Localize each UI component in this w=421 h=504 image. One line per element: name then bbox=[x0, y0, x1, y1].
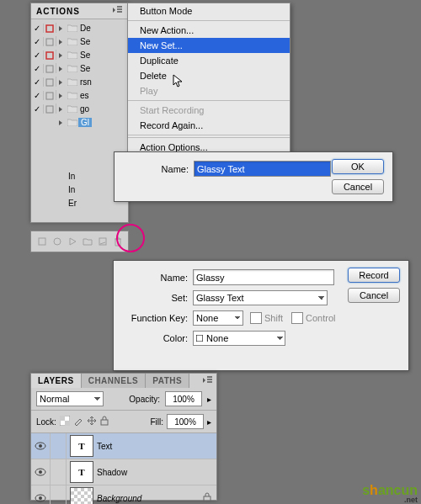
visibility-toggle[interactable] bbox=[31, 485, 51, 504]
panel-menu-icon[interactable] bbox=[201, 376, 213, 386]
layer-row[interactable]: T Shadow bbox=[31, 459, 216, 485]
layer-thumb: T bbox=[70, 461, 93, 483]
menu-separator bbox=[128, 100, 290, 101]
actions-panel-footer bbox=[30, 231, 129, 252]
action-row[interactable]: ✓es bbox=[31, 88, 128, 102]
svg-rect-2 bbox=[46, 52, 53, 59]
layer-name: Background bbox=[97, 494, 141, 503]
trash-icon[interactable] bbox=[113, 236, 123, 247]
menu-new-action[interactable]: New Action... bbox=[128, 23, 290, 38]
panel-tabs: LAYERS CHANNELS PATHS bbox=[31, 374, 216, 388]
panel-menu-icon[interactable] bbox=[111, 6, 123, 16]
svg-rect-1 bbox=[46, 39, 53, 45]
record-icon[interactable] bbox=[52, 236, 62, 247]
set-name-input[interactable] bbox=[194, 161, 331, 177]
svg-point-19 bbox=[39, 496, 42, 500]
layer-name: Text bbox=[97, 442, 112, 451]
visibility-toggle[interactable] bbox=[31, 433, 51, 459]
opacity-label: Opacity: bbox=[129, 395, 160, 404]
layer-thumb bbox=[70, 487, 93, 504]
new-set-icon[interactable] bbox=[83, 236, 93, 247]
layer-row[interactable]: T Text bbox=[31, 433, 216, 459]
action-row[interactable]: ✓Se bbox=[31, 48, 128, 61]
svg-rect-3 bbox=[46, 66, 53, 72]
action-row[interactable]: ✓Se bbox=[31, 34, 128, 48]
lock-transparency-icon[interactable] bbox=[60, 416, 70, 427]
action-row[interactable]: ✓go bbox=[31, 102, 128, 115]
record-button[interactable]: Record bbox=[348, 268, 400, 283]
fkey-select[interactable]: None bbox=[193, 310, 243, 326]
actions-panel-title: ACTIONS bbox=[36, 7, 80, 16]
svg-rect-4 bbox=[46, 79, 53, 86]
svg-rect-12 bbox=[65, 421, 70, 426]
tab-paths[interactable]: PATHS bbox=[146, 374, 189, 388]
svg-rect-5 bbox=[46, 93, 53, 99]
lock-position-icon[interactable] bbox=[87, 416, 97, 427]
svg-point-17 bbox=[39, 470, 42, 474]
lock-label: Lock: bbox=[36, 417, 56, 427]
ok-button[interactable]: OK bbox=[332, 159, 384, 174]
lock-icon bbox=[203, 492, 211, 504]
new-action-dialog: Name: Set: Glassy Text Function Key: Non… bbox=[113, 260, 409, 371]
actions-context-menu: Button Mode New Action... New Set... Dup… bbox=[127, 3, 290, 171]
cancel-button[interactable]: Cancel bbox=[348, 288, 400, 303]
chevron-right-icon[interactable]: ▸ bbox=[207, 395, 211, 404]
action-row[interactable]: ✓rsn bbox=[31, 75, 128, 88]
layer-row[interactable]: Background bbox=[31, 485, 216, 504]
set-select[interactable]: Glassy Text bbox=[193, 290, 328, 305]
svg-rect-11 bbox=[60, 416, 65, 421]
menu-separator bbox=[128, 20, 290, 21]
set-label: Set: bbox=[122, 293, 193, 303]
tab-layers[interactable]: LAYERS bbox=[31, 374, 82, 388]
svg-rect-20 bbox=[204, 496, 210, 501]
layer-lock-row: Lock: Fill: ▸ bbox=[31, 411, 216, 433]
svg-rect-13 bbox=[101, 420, 108, 425]
menu-play[interactable]: Play bbox=[128, 83, 290, 98]
menu-new-set[interactable]: New Set... bbox=[128, 38, 290, 53]
action-row[interactable]: ✓Se bbox=[31, 61, 128, 75]
name-label: Name: bbox=[122, 273, 193, 283]
layer-blend-row: Normal Opacity: ▸ bbox=[31, 388, 216, 411]
shift-checkbox[interactable] bbox=[250, 312, 262, 324]
svg-point-15 bbox=[39, 444, 42, 448]
lock-all-icon[interactable] bbox=[100, 416, 109, 427]
visibility-toggle[interactable] bbox=[31, 459, 51, 485]
shift-label: Shift bbox=[264, 313, 283, 323]
menu-separator bbox=[128, 135, 290, 135]
color-select[interactable]: ☐ None bbox=[193, 331, 285, 346]
menu-delete[interactable]: Delete bbox=[128, 68, 290, 83]
svg-rect-0 bbox=[46, 25, 53, 32]
blend-mode-select[interactable]: Normal bbox=[36, 391, 104, 406]
menu-separator bbox=[128, 137, 290, 138]
color-label: Color: bbox=[122, 333, 193, 343]
link-col[interactable] bbox=[51, 485, 67, 504]
action-name-input[interactable] bbox=[193, 269, 334, 285]
play-icon[interactable] bbox=[67, 236, 77, 247]
tab-channels[interactable]: CHANNELS bbox=[82, 374, 147, 388]
new-action-icon[interactable] bbox=[98, 236, 108, 247]
fill-input[interactable] bbox=[167, 414, 204, 429]
menu-button-mode[interactable]: Button Mode bbox=[128, 3, 290, 19]
chevron-right-icon[interactable]: ▸ bbox=[207, 417, 211, 427]
link-col[interactable] bbox=[51, 459, 67, 485]
svg-rect-7 bbox=[39, 238, 45, 245]
menu-start-recording[interactable]: Start Recording bbox=[128, 103, 290, 118]
menu-record-again[interactable]: Record Again... bbox=[128, 118, 290, 133]
link-col[interactable] bbox=[51, 433, 67, 459]
actions-panel-header: ACTIONS bbox=[31, 3, 128, 19]
svg-point-8 bbox=[54, 238, 61, 245]
name-label: Name: bbox=[123, 164, 194, 174]
action-row[interactable]: Gl bbox=[31, 115, 128, 129]
control-checkbox[interactable] bbox=[291, 312, 303, 324]
cancel-button[interactable]: Cancel bbox=[332, 179, 384, 194]
action-row[interactable]: ✓De bbox=[31, 21, 128, 34]
svg-rect-6 bbox=[46, 106, 53, 113]
control-label: Control bbox=[306, 313, 335, 323]
fill-label: Fill: bbox=[150, 417, 163, 427]
lock-paint-icon[interactable] bbox=[73, 416, 83, 427]
watermark: shancun .net bbox=[362, 483, 418, 504]
stop-icon[interactable] bbox=[37, 236, 47, 247]
menu-duplicate[interactable]: Duplicate bbox=[128, 53, 290, 68]
fkey-label: Function Key: bbox=[122, 313, 193, 323]
opacity-input[interactable] bbox=[165, 391, 202, 406]
